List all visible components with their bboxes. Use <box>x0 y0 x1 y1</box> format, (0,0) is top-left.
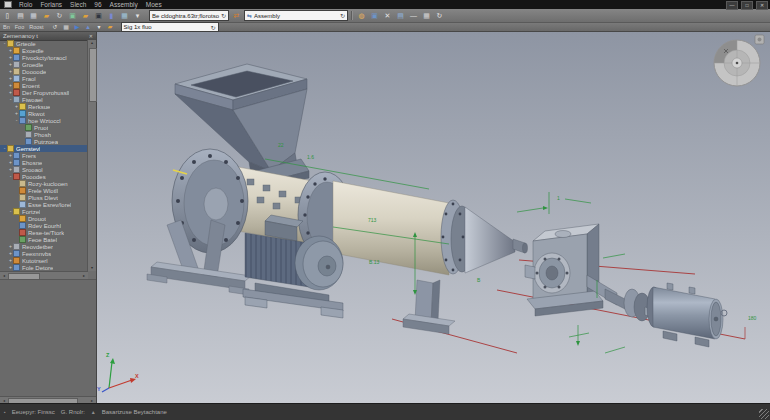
switch-environment-icon[interactable]: ⇄ <box>231 11 242 21</box>
extruder-barrel[interactable] <box>172 149 528 275</box>
browser-vertical-scrollbar[interactable]: ▴ ▾ <box>87 40 96 271</box>
refresh-icon[interactable]: ↻ <box>211 24 216 31</box>
node-icon <box>19 180 26 187</box>
box-icon[interactable]: ▮ <box>106 11 117 21</box>
save-icon[interactable]: ▦ <box>28 11 39 21</box>
scroll-left-icon[interactable]: ◂ <box>0 274 8 278</box>
tree-item[interactable]: +Eroent <box>0 82 88 89</box>
view-combo[interactable]: Sig 1x fluo ↻ <box>121 22 219 32</box>
environment-combo[interactable]: ⇆ Assembly ↻ <box>244 10 348 21</box>
resize-grip[interactable] <box>759 409 769 419</box>
tree-item[interactable]: -hoe Wztoccl <box>0 117 88 124</box>
feed-motor[interactable] <box>647 283 727 347</box>
close-icon[interactable]: ✕ <box>89 33 93 39</box>
gearbox[interactable] <box>525 224 629 316</box>
sync-icon[interactable]: ↻ <box>54 11 65 21</box>
tree-item[interactable]: +Fraol <box>0 75 88 82</box>
tree-item-label: Rdev Eourhl <box>28 223 61 229</box>
navigation-wheel[interactable] <box>714 35 764 86</box>
dimension-label: B <box>477 278 480 283</box>
origin-triad <box>102 358 136 392</box>
tree-item-label: Gerrstevl <box>16 146 40 152</box>
open-folder-2-icon[interactable]: ▰ <box>80 11 91 21</box>
tree-item[interactable]: -Gerrstevl <box>0 145 88 152</box>
window-controls: —□✕ <box>726 1 768 10</box>
tree-item[interactable]: -Grteole <box>0 40 88 47</box>
image-icon[interactable]: ▦ <box>119 11 130 21</box>
tree-item[interactable]: Feoe Batel <box>0 236 88 243</box>
view-icon[interactable]: ▲ <box>84 24 93 31</box>
grid-icon[interactable]: ▦ <box>62 24 71 31</box>
world-icon[interactable]: ◍ <box>356 11 367 21</box>
die-cone[interactable] <box>465 207 515 273</box>
tree-item[interactable]: Phosh <box>0 131 88 138</box>
menu-item-5[interactable]: Moes <box>146 0 162 9</box>
tree-item[interactable]: -Fortzel <box>0 208 88 215</box>
tree-item[interactable]: +Frers <box>0 152 88 159</box>
tree-item[interactable]: Rese-te/Ttork <box>0 229 88 236</box>
tree-item[interactable]: Pluss Dlevt <box>0 194 88 201</box>
folder-icon[interactable]: ▰ <box>106 24 115 31</box>
toolbar2-label-1[interactable]: Foo <box>15 24 24 30</box>
dropdown-icon[interactable]: ▾ <box>95 24 104 31</box>
component-icon[interactable]: ▣ <box>369 11 380 21</box>
tree-item[interactable]: -Pooodes <box>0 173 88 180</box>
viewport-3d[interactable]: 221.6713B.13B1180 Z X Y <box>97 31 770 404</box>
open-file-icon[interactable]: ▤ <box>15 11 26 21</box>
toolbar2-label-2[interactable]: Roost <box>29 24 43 30</box>
menu-item-1[interactable]: Forlans <box>40 0 62 9</box>
scroll-right-icon[interactable]: ▸ <box>80 274 88 278</box>
dropdown-icon[interactable]: ▾ <box>132 11 143 21</box>
tree-item[interactable]: Rozy-kuclooen <box>0 180 88 187</box>
play-icon[interactable]: ▶ <box>73 24 82 31</box>
pattern-icon[interactable]: ▤ <box>395 11 406 21</box>
menu-item-4[interactable]: Assembly <box>110 0 138 9</box>
tree-item[interactable]: +Doooode <box>0 68 88 75</box>
rotate-icon[interactable]: ↺ <box>51 24 60 31</box>
tree-item[interactable]: +Der Fropvrohussll <box>0 89 88 96</box>
tree-item[interactable]: Rdev Eourhl <box>0 222 88 229</box>
scroll-up-icon[interactable]: ▴ <box>88 41 96 45</box>
tree-item[interactable]: Frele Wlotll <box>0 187 88 194</box>
tree-item[interactable]: Pruot <box>0 124 88 131</box>
tree-item[interactable]: +Feexnnvbs <box>0 250 88 257</box>
tree-item[interactable]: +Srooaol <box>0 166 88 173</box>
delete-icon[interactable]: ✕ <box>382 11 393 21</box>
tree-item[interactable]: +Exoedle <box>0 47 88 54</box>
secondary-browser-panel <box>0 279 96 397</box>
tree-item[interactable]: +Groedle <box>0 61 88 68</box>
screen-icon[interactable]: ▣ <box>67 11 78 21</box>
measure-icon[interactable]: — <box>408 11 419 21</box>
tree-item[interactable]: +Fivockcty/toraocl <box>0 54 88 61</box>
menu-item-0[interactable]: Rolo <box>19 0 32 9</box>
menu-item-2[interactable]: Slech <box>70 0 86 9</box>
tree-item[interactable]: Putrzoea <box>0 138 88 145</box>
minimize-button[interactable]: — <box>726 1 738 10</box>
tree-item[interactable]: +Reovdetber <box>0 243 88 250</box>
scroll-down-icon[interactable]: ▾ <box>88 266 96 270</box>
refresh-icon[interactable]: ↻ <box>221 12 226 19</box>
display-icon[interactable]: ▣ <box>93 11 104 21</box>
dimension-label: B.13 <box>369 260 379 265</box>
node-icon <box>19 215 26 222</box>
maximize-button[interactable]: □ <box>741 1 753 10</box>
menu-item-3[interactable]: 96 <box>94 0 101 9</box>
support-stand-right[interactable] <box>403 280 455 334</box>
tree-item[interactable]: +Kutotrserl <box>0 257 88 264</box>
document-combo[interactable]: Be cldoghtra.63tr;florotso ↻ <box>149 10 229 21</box>
toolbar2-label-0[interactable]: Bn <box>3 24 10 30</box>
refresh-icon[interactable]: ↻ <box>434 11 445 21</box>
scrollbar-thumb[interactable] <box>89 48 97 102</box>
tree-item[interactable]: +Rkwot <box>0 110 88 117</box>
tree-item[interactable]: +Rerksue <box>0 103 88 110</box>
open-folder-icon[interactable]: ▰ <box>41 11 52 21</box>
close-button[interactable]: ✕ <box>756 1 768 10</box>
refresh-icon[interactable]: ↻ <box>340 12 345 19</box>
tree-item[interactable]: -Fiwoael <box>0 96 88 103</box>
tree-item[interactable]: Esse Esrev/lorel <box>0 201 88 208</box>
tree-item[interactable]: Drouot <box>0 215 88 222</box>
table-icon[interactable]: ▦ <box>421 11 432 21</box>
new-file-icon[interactable]: ▯ <box>2 11 13 21</box>
tree-item[interactable]: +Fole Detore <box>0 264 88 271</box>
tree-item[interactable]: +Ehosne <box>0 159 88 166</box>
